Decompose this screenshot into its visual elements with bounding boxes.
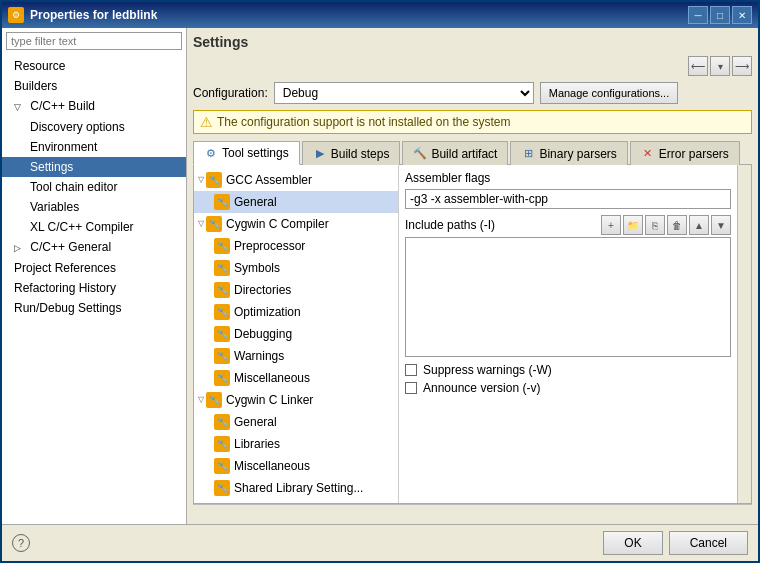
node-label-9: Warnings <box>234 347 284 365</box>
node-label-8: Debugging <box>234 325 292 343</box>
tool-icon-6: 🔧 <box>214 282 230 298</box>
suppress-warnings-checkbox[interactable] <box>405 364 417 376</box>
cancel-button[interactable]: Cancel <box>669 531 748 555</box>
forward-button[interactable]: ⟶ <box>732 56 752 76</box>
sidebar-item-builders[interactable]: Builders <box>2 76 186 96</box>
sidebar-item-project-refs[interactable]: Project References <box>2 258 186 278</box>
window-icon: ⚙ <box>8 7 24 23</box>
horizontal-scrollbar[interactable] <box>193 504 752 518</box>
tool-node-libraries[interactable]: 🔧 Libraries <box>194 433 398 455</box>
assembler-flags-input[interactable] <box>405 189 731 209</box>
tab-tool-settings-label: Tool settings <box>222 146 289 160</box>
copy-button[interactable]: ⎘ <box>645 215 665 235</box>
assembler-flags-label: Assembler flags <box>405 171 731 185</box>
maximize-button[interactable]: □ <box>710 6 730 24</box>
tab-build-artifact-label: Build artifact <box>431 147 497 161</box>
assembler-settings-panel: Assembler flags Include paths (-I) + 📁 ⎘… <box>399 165 737 503</box>
tool-icon-7: 🔧 <box>214 304 230 320</box>
tool-node-directories[interactable]: 🔧 Directories <box>194 279 398 301</box>
content-area: Resource Builders ▽ C/C++ Build Discover… <box>2 28 758 524</box>
node-label-11: Cygwin C Linker <box>226 391 313 409</box>
add-workspace-button[interactable]: 📁 <box>623 215 643 235</box>
sidebar-item-variables[interactable]: Variables <box>2 197 186 217</box>
expand-tri: ▽ <box>198 171 204 189</box>
include-paths-header: Include paths (-I) + 📁 ⎘ 🗑 ▲ ▼ <box>405 215 731 235</box>
expand-tri-2: ▽ <box>198 215 204 233</box>
sidebar-item-xl-compiler[interactable]: XL C/C++ Compiler <box>2 217 186 237</box>
announce-version-row: Announce version (-v) <box>405 381 731 395</box>
sidebar-item-toolchain[interactable]: Tool chain editor <box>2 177 186 197</box>
sidebar-item-discovery[interactable]: Discovery options <box>2 117 186 137</box>
tool-icon-13: 🔧 <box>214 436 230 452</box>
tool-node-symbols[interactable]: 🔧 Symbols <box>194 257 398 279</box>
tab-build-steps[interactable]: ▶ Build steps <box>302 141 401 165</box>
tool-node-cygwin-linker[interactable]: ▽ 🔧 Cygwin C Linker <box>194 389 398 411</box>
delete-button[interactable]: 🗑 <box>667 215 687 235</box>
vertical-scrollbar[interactable] <box>737 165 751 503</box>
help-button[interactable]: ? <box>12 534 30 552</box>
include-paths-label: Include paths (-I) <box>405 218 599 232</box>
sidebar-item-cpp-general[interactable]: ▷ C/C++ General <box>2 237 186 258</box>
tool-node-gcc-general[interactable]: 🔧 General <box>194 191 398 213</box>
sidebar-item-refactoring[interactable]: Refactoring History <box>2 278 186 298</box>
filter-input[interactable] <box>6 32 182 50</box>
tab-build-artifact[interactable]: 🔨 Build artifact <box>402 141 508 165</box>
tab-tool-settings[interactable]: ⚙ Tool settings <box>193 141 300 165</box>
move-down-button[interactable]: ▼ <box>711 215 731 235</box>
warning-bar: ⚠ The configuration support is not insta… <box>193 110 752 134</box>
sidebar-item-cpp-build[interactable]: ▽ C/C++ Build <box>2 96 186 117</box>
sidebar-item-resource[interactable]: Resource <box>2 56 186 76</box>
gear-icon: ⚙ <box>204 146 218 160</box>
node-label-10: Miscellaneous <box>234 369 310 387</box>
node-label: GCC Assembler <box>226 171 312 189</box>
tool-icon-2: 🔧 <box>214 194 230 210</box>
binary-icon: ⊞ <box>521 147 535 161</box>
action-buttons: OK Cancel <box>603 531 748 555</box>
tab-error-parsers[interactable]: ✕ Error parsers <box>630 141 740 165</box>
add-include-button[interactable]: + <box>601 215 621 235</box>
tool-node-gcc-assembler[interactable]: ▽ 🔧 GCC Assembler <box>194 169 398 191</box>
include-paths-list[interactable] <box>405 237 731 357</box>
right-panel: Settings ⟵ ▾ ⟶ Configuration: Debug Mana… <box>187 28 758 524</box>
back-button[interactable]: ⟵ <box>688 56 708 76</box>
node-label-14: Miscellaneous <box>234 457 310 475</box>
window-title: Properties for ledblink <box>30 8 682 22</box>
suppress-warnings-row: Suppress warnings (-W) <box>405 363 731 377</box>
tool-node-cygwin-compiler[interactable]: ▽ 🔧 Cygwin C Compiler <box>194 213 398 235</box>
tool-node-optimization[interactable]: 🔧 Optimization <box>194 301 398 323</box>
expand-icon-2: ▷ <box>10 243 21 253</box>
announce-version-checkbox[interactable] <box>405 382 417 394</box>
config-select[interactable]: Debug <box>274 82 534 104</box>
tab-binary-parsers[interactable]: ⊞ Binary parsers <box>510 141 627 165</box>
tool-node-debugging[interactable]: 🔧 Debugging <box>194 323 398 345</box>
sidebar-item-environment[interactable]: Environment <box>2 137 186 157</box>
panel-title: Settings <box>193 34 752 50</box>
tool-node-miscellaneous[interactable]: 🔧 Miscellaneous <box>194 367 398 389</box>
move-up-button[interactable]: ▲ <box>689 215 709 235</box>
tool-settings-area: ▽ 🔧 GCC Assembler 🔧 General ▽ 🔧 Cygwin C… <box>193 165 752 504</box>
tool-node-linker-general[interactable]: 🔧 General <box>194 411 398 433</box>
ok-button[interactable]: OK <box>603 531 662 555</box>
dropdown-button[interactable]: ▾ <box>710 56 730 76</box>
tab-binary-parsers-label: Binary parsers <box>539 147 616 161</box>
tab-build-steps-label: Build steps <box>331 147 390 161</box>
tab-error-parsers-label: Error parsers <box>659 147 729 161</box>
tool-icon-10: 🔧 <box>214 370 230 386</box>
tool-icon-3: 🔧 <box>206 216 222 232</box>
warning-text: The configuration support is not install… <box>217 115 511 129</box>
steps-icon: ▶ <box>313 147 327 161</box>
tool-node-linker-misc[interactable]: 🔧 Miscellaneous <box>194 455 398 477</box>
tool-node-preprocessor[interactable]: 🔧 Preprocessor <box>194 235 398 257</box>
sidebar-item-run-debug[interactable]: Run/Debug Settings <box>2 298 186 318</box>
minimize-button[interactable]: ─ <box>688 6 708 24</box>
tool-icon-8: 🔧 <box>214 326 230 342</box>
tool-node-shared-lib[interactable]: 🔧 Shared Library Setting... <box>194 477 398 499</box>
configuration-row: Configuration: Debug Manage configuratio… <box>193 82 752 104</box>
sidebar-item-settings[interactable]: Settings <box>2 157 186 177</box>
nav-arrows: ⟵ ▾ ⟶ <box>193 56 752 76</box>
expand-tri-3: ▽ <box>198 391 204 409</box>
tool-node-warnings[interactable]: 🔧 Warnings <box>194 345 398 367</box>
close-button[interactable]: ✕ <box>732 6 752 24</box>
manage-configurations-button[interactable]: Manage configurations... <box>540 82 678 104</box>
tool-icon-4: 🔧 <box>214 238 230 254</box>
